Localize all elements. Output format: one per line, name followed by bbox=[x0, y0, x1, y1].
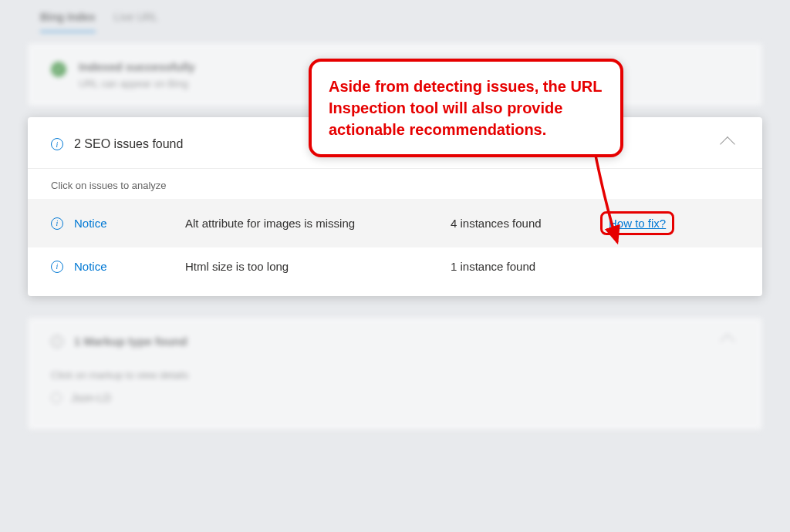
chevron-up-icon[interactable] bbox=[720, 136, 735, 152]
issue-level: Notice bbox=[74, 260, 174, 273]
issue-description: Alt attribute for images is missing bbox=[185, 217, 440, 230]
info-icon: i bbox=[51, 217, 63, 230]
seo-title: 2 SEO issues found bbox=[74, 137, 183, 151]
issue-row[interactable]: i Notice Alt attribute for images is mis… bbox=[28, 199, 762, 247]
annotation-callout: Aside from detecting issues, the URL Ins… bbox=[309, 59, 623, 157]
issue-description: Html size is too long bbox=[185, 260, 440, 273]
markup-item-label: Json-LD bbox=[71, 392, 111, 404]
indexed-subtitle: URL can appear on Bing bbox=[79, 78, 195, 89]
markup-header[interactable]: i 1 Markup type found bbox=[51, 335, 739, 348]
issue-instances: 1 instance found bbox=[451, 260, 589, 273]
info-icon: i bbox=[51, 138, 63, 150]
circle-icon bbox=[51, 392, 62, 403]
tab-bing-index[interactable]: Bing Index bbox=[40, 11, 96, 32]
tab-live-url[interactable]: Live URL bbox=[114, 11, 159, 32]
how-to-fix-link[interactable]: How to fix? bbox=[609, 217, 666, 230]
markup-title: 1 Markup type found bbox=[74, 335, 187, 348]
chevron-up-icon[interactable] bbox=[720, 334, 735, 349]
markup-card: i 1 Markup type found Click on markup to… bbox=[28, 318, 762, 430]
how-to-fix-highlight: How to fix? bbox=[600, 211, 674, 235]
markup-item[interactable]: Json-LD bbox=[51, 392, 739, 404]
info-icon: i bbox=[51, 261, 63, 273]
check-icon: ✓ bbox=[51, 62, 66, 77]
info-icon: i bbox=[51, 335, 63, 348]
issue-row[interactable]: i Notice Html size is too long 1 instanc… bbox=[28, 247, 762, 285]
seo-subtitle: Click on issues to analyze bbox=[28, 168, 762, 199]
tabs-bar: Bing Index Live URL bbox=[14, 0, 776, 32]
issue-level: Notice bbox=[74, 217, 174, 230]
markup-subtitle: Click on markup to view details bbox=[28, 369, 739, 381]
issue-instances: 4 instances found bbox=[451, 217, 589, 230]
indexed-title: Indexed successfully bbox=[79, 60, 195, 73]
